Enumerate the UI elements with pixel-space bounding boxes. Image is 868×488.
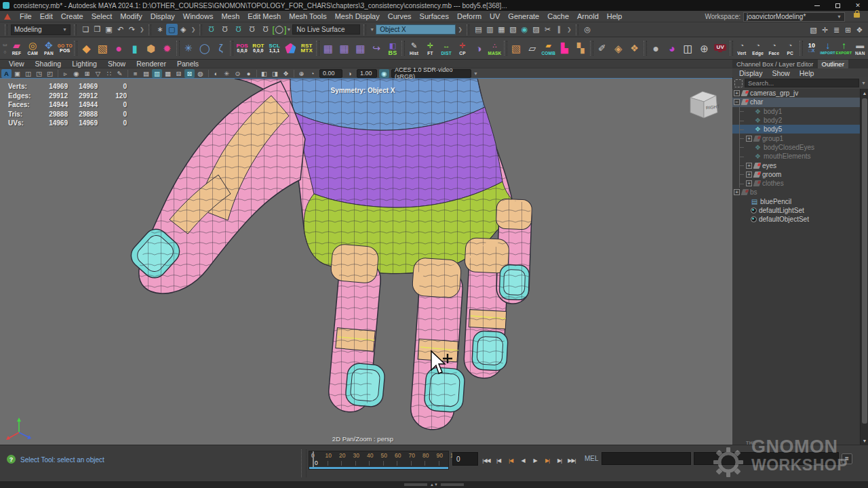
exposure-field[interactable]: 0.00 (319, 69, 342, 78)
menu-item[interactable]: Deform (453, 12, 486, 20)
time-slider[interactable]: 010203040506070809010 (309, 451, 449, 470)
shelf-poly-barrel-button[interactable]: ⬢ (143, 38, 159, 58)
field-chart-icon[interactable]: ▽ (93, 69, 103, 78)
current-time-indicator[interactable] (313, 451, 314, 467)
color-management-icon[interactable]: ◉ (379, 69, 389, 78)
taskbar-handle-bar[interactable] (404, 483, 427, 486)
shelf-mirror-button[interactable]: ◑ (471, 38, 487, 58)
playback-range-bar[interactable] (309, 467, 448, 469)
menu-item[interactable]: Cache (543, 12, 573, 20)
shelf-vert-button[interactable]: ◔ Vert (734, 38, 750, 58)
shelf-item[interactable] (798, 38, 804, 58)
snap-to-curve-icon[interactable]: Ω (219, 24, 231, 35)
shelf-pentagon-button[interactable]: ⬥ (283, 38, 299, 58)
taskbar-handle-arrows[interactable]: ▲▼ (430, 483, 438, 487)
menu-item[interactable]: Mesh Display (331, 12, 384, 20)
grip-handle[interactable] (199, 24, 202, 35)
chevron-down-icon[interactable]: ▼ (473, 71, 478, 76)
save-scene-icon[interactable]: ▣ (103, 24, 115, 35)
shelf-rstmtx-button[interactable]: RST MTX (298, 38, 315, 58)
shelf-ep-curve-button[interactable]: ζ (213, 38, 229, 58)
shelf-cp-button[interactable]: ✛ CP (454, 38, 471, 58)
isolate-select-icon[interactable]: ◧ (259, 69, 269, 78)
expand-toggle-icon[interactable]: + (734, 90, 740, 96)
screen-space-ao-icon[interactable]: ⊠ (184, 69, 195, 78)
shelf-poly-cube-button[interactable]: ▧ (94, 38, 111, 58)
grid-toggle-icon[interactable]: ⊕ (296, 69, 307, 78)
outliner-row-char[interactable]: − char (732, 98, 860, 106)
view-cube[interactable]: RIGHT (684, 87, 722, 127)
chevron-down-icon[interactable]: ▼ (370, 27, 374, 32)
scroll-down-icon[interactable]: ▼ (861, 436, 868, 445)
shelf-curve-circle-button[interactable]: ◯ (197, 38, 213, 58)
shelf-item[interactable] (175, 38, 180, 58)
snap-to-point-icon[interactable]: Ω (233, 24, 244, 35)
safe-title-icon[interactable]: ✎ (115, 69, 125, 78)
shelf-nano-button[interactable]: ▬ NAN (852, 38, 868, 58)
outliner-row-groom[interactable]: + groom (732, 170, 860, 179)
shelf-ref-button[interactable]: ▰ REF (9, 38, 25, 58)
menu-item[interactable]: File (16, 12, 36, 20)
menu-item[interactable]: Create (57, 12, 87, 20)
close-button[interactable]: ✕ (848, 0, 868, 11)
shelf-hist-button[interactable]: ✎ Hist (406, 38, 422, 58)
bookmark-icon[interactable]: ◳ (34, 69, 44, 78)
menu-item[interactable]: Help (603, 12, 627, 20)
lights-icon[interactable]: ⊙ (233, 69, 243, 78)
modeling-toolkit-icon[interactable]: ≣ (831, 24, 842, 36)
cut-cache-icon[interactable]: ✂ (542, 24, 553, 35)
taskbar-handle-bar[interactable] (441, 483, 464, 486)
panel-menu-item[interactable]: View (4, 60, 29, 68)
hand-model[interactable] (0, 79, 732, 445)
shelf-import-button[interactable]: ↓ IMPORT (820, 38, 836, 58)
film-gate-icon[interactable]: ▹ (60, 69, 71, 78)
attribute-editor-icon[interactable]: ⊞ (842, 24, 854, 36)
shelf-item[interactable] (73, 38, 79, 58)
outliner-row-body1[interactable]: body1 (732, 107, 860, 116)
panel-menu-item[interactable]: Lighting (67, 60, 102, 68)
menu-item[interactable]: Modify (116, 12, 146, 20)
shelf-box-button[interactable]: ▧ (508, 38, 524, 58)
outliner-row-bs[interactable]: + bs (732, 188, 860, 197)
menu-item[interactable]: Edit Mesh (243, 12, 285, 20)
shelf-cam-button[interactable]: ◎ CAM (24, 38, 41, 58)
collapse-arrow-icon[interactable]: ❯ (191, 26, 196, 33)
outliner-row-eyes[interactable]: + eyes (732, 161, 860, 169)
redo-icon[interactable]: ↷ (126, 24, 138, 35)
step-back-key-button[interactable]: |◀ (505, 458, 517, 464)
lock-icon[interactable] (854, 13, 860, 18)
shelf-material-sphere-button[interactable]: ● (648, 38, 664, 58)
safe-action-icon[interactable]: ∷ (104, 69, 114, 78)
play-backwards-button[interactable]: ◀ (517, 458, 529, 464)
shelf-uv-button[interactable]: UV (712, 38, 728, 58)
shelf-poly-diamond-button[interactable]: ◆ (79, 38, 95, 58)
outliner-menu-item[interactable]: Display (735, 69, 766, 77)
shelf-ft-button[interactable]: ✛ FT (422, 38, 439, 58)
outliner-row-cameras-grp-jv[interactable]: + cameras_grp_jv (732, 89, 860, 98)
gate-mask-icon[interactable]: ⊞ (82, 69, 92, 78)
expand-toggle-icon[interactable]: − (734, 99, 740, 105)
shadows-toggle-icon[interactable]: ● (243, 69, 254, 78)
character-controls-icon[interactable]: ✛ (819, 24, 831, 36)
panel-menu-item[interactable]: Show (103, 60, 130, 68)
shelf-rot-reset-button[interactable]: ROT 0,0,0 (250, 38, 267, 58)
command-input[interactable] (601, 452, 691, 465)
exposure-icon[interactable]: ◑ (344, 69, 355, 78)
tab-channel-box[interactable]: Channel Box / Layer Editor (732, 60, 818, 68)
view-transform-dropdown[interactable]: ACES 1.0 SDR-video (sRGB) (391, 69, 471, 78)
chevron-down-icon[interactable]: ▼ (861, 81, 866, 85)
textured-icon[interactable]: ▥ (152, 69, 162, 78)
go-to-start-button[interactable]: |◀◀ (480, 458, 492, 464)
outliner-row-body2[interactable]: body2 (732, 116, 860, 125)
shelf-lattice3-button[interactable]: ▦ (353, 38, 369, 58)
shelf-blendshape-button[interactable]: ◧ BS (384, 38, 401, 58)
shelf-scl-reset-button[interactable]: SCL 1,1,1 (267, 38, 283, 58)
image-plane-icon[interactable]: ◰ (45, 69, 55, 78)
chevron-down-icon[interactable]: ▼ (286, 27, 291, 32)
title-bar[interactable]: consistency.mb* - Autodesk MAYA 2024.1: … (0, 0, 868, 11)
display-layers-icon[interactable]: ▧ (507, 24, 519, 35)
shelf-tab-controls[interactable]: ▭○ (1, 38, 9, 58)
collapse-arrow-icon[interactable]: ❯ (140, 26, 144, 33)
scrollbar-thumb[interactable] (862, 98, 867, 424)
undo-icon[interactable]: ↶ (115, 24, 126, 35)
